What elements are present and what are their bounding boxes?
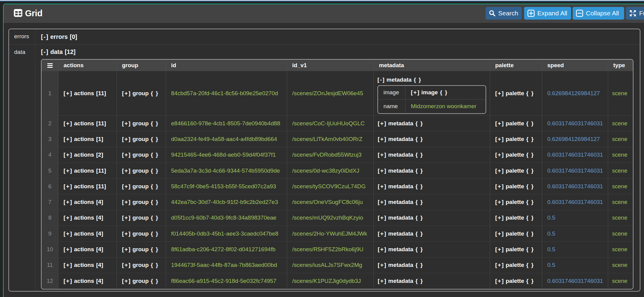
column-header-metadata[interactable]: metadata xyxy=(374,60,490,71)
menu-icon[interactable] xyxy=(47,62,53,69)
palette-expand-toggle[interactable]: [+] xyxy=(495,262,504,268)
metadata-value-image: [+]image{ } xyxy=(405,86,486,99)
actions-node-count: [11] xyxy=(96,120,106,127)
id-v1-cell: /scenes/2Ho-YWuhEJM4JWk xyxy=(287,226,374,241)
palette-expand-toggle[interactable]: [+] xyxy=(495,214,504,221)
metadata-expand-toggle[interactable]: [+] xyxy=(378,120,387,127)
metadata-expand-toggle[interactable]: [+] xyxy=(378,246,387,253)
id-v1-cell: /scenes/tySCOV9CzuL74DG xyxy=(287,179,374,194)
metadata-key-image: image xyxy=(378,86,405,99)
id-v1-value: /scenes/CoC-IjUuHUoQGLC xyxy=(292,120,365,127)
group-expand-toggle[interactable]: [+] xyxy=(122,152,131,158)
palette-expand-toggle[interactable]: [+] xyxy=(495,136,504,142)
actions-expand-toggle[interactable]: [+] xyxy=(64,90,73,97)
root-key-data: data xyxy=(9,45,35,291)
metadata-expand-toggle[interactable]: [+] xyxy=(378,278,387,284)
data-collapse-toggle[interactable]: [-] xyxy=(41,48,49,55)
group-expand-toggle[interactable]: [+] xyxy=(122,167,131,174)
column-header-actions[interactable]: actions xyxy=(58,60,117,71)
palette-expand-toggle[interactable]: [+] xyxy=(495,152,504,158)
actions-node-label: actions xyxy=(74,183,94,190)
group-cell: [+]group{ } xyxy=(117,179,166,194)
id-v1-value: /scenes/R5HF5Z2bRko6j9U xyxy=(292,246,364,253)
actions-expand-toggle[interactable]: [+] xyxy=(64,278,73,284)
column-header-type[interactable]: type xyxy=(608,60,633,71)
metadata-expand-toggle[interactable]: [+] xyxy=(378,230,387,237)
actions-node-label: actions xyxy=(74,278,94,284)
actions-expand-toggle[interactable]: [+] xyxy=(64,152,73,158)
metadata-expand-toggle[interactable]: [+] xyxy=(378,199,387,205)
speed-value: 0.5 xyxy=(547,262,555,268)
palette-expand-toggle[interactable]: [+] xyxy=(495,183,504,190)
palette-expand-toggle[interactable]: [+] xyxy=(495,246,504,253)
metadata-expand-toggle[interactable]: [+] xyxy=(378,214,387,221)
actions-node-label: actions xyxy=(74,246,94,253)
json-root-table: errors [-] errors [0] data [-] data [12]… xyxy=(8,29,640,292)
palette-expand-toggle[interactable]: [+] xyxy=(495,167,504,174)
table-row: 6[+]actions[11][+]group{ }58c47c9f-0be5-… xyxy=(42,178,633,194)
column-header-group[interactable]: group xyxy=(117,60,166,71)
table-row: 5[+]actions[11][+]group{ }5eda3a7a-3c3d-… xyxy=(42,163,633,178)
speed-value: 0.5 xyxy=(547,246,555,253)
palette-expand-toggle[interactable]: [+] xyxy=(495,230,504,237)
group-node-suffix: { } xyxy=(151,183,159,190)
metadata-node-label: metadata xyxy=(388,199,413,205)
actions-expand-toggle[interactable]: [+] xyxy=(64,120,73,127)
metadata-expand-toggle[interactable]: [+] xyxy=(378,183,387,190)
id-value: d0aa2324-fe49-4a58-aac4-a4fdb89bd664 xyxy=(171,136,277,142)
fullscreen-button[interactable]: Fullscreen xyxy=(626,7,644,20)
metadata-node-suffix: { } xyxy=(415,136,423,142)
group-expand-toggle[interactable]: [+] xyxy=(122,278,131,284)
metadata-expand-toggle[interactable]: [+] xyxy=(378,262,387,268)
group-expand-toggle[interactable]: [+] xyxy=(122,230,131,237)
group-node-suffix: { } xyxy=(151,167,159,174)
actions-expand-toggle[interactable]: [+] xyxy=(64,167,73,174)
metadata-expand-toggle[interactable]: [+] xyxy=(378,136,387,142)
group-expand-toggle[interactable]: [+] xyxy=(122,246,131,253)
palette-expand-toggle[interactable]: [+] xyxy=(495,278,504,284)
group-expand-toggle[interactable]: [+] xyxy=(122,183,131,190)
palette-node-suffix: { } xyxy=(526,183,534,190)
speed-value: 0.5 xyxy=(547,214,555,221)
group-expand-toggle[interactable]: [+] xyxy=(122,120,131,127)
group-expand-toggle[interactable]: [+] xyxy=(122,214,131,221)
actions-expand-toggle[interactable]: [+] xyxy=(64,230,73,237)
group-expand-toggle[interactable]: [+] xyxy=(122,262,131,268)
row-number-cell: 12 xyxy=(42,273,58,289)
actions-expand-toggle[interactable]: [+] xyxy=(64,199,73,205)
palette-expand-toggle[interactable]: [+] xyxy=(495,199,504,205)
speed-value: 0.6031746031746031 xyxy=(547,199,603,205)
group-expand-toggle[interactable]: [+] xyxy=(122,199,131,205)
collapse-all-button[interactable]: Collapse All xyxy=(573,7,624,20)
actions-expand-toggle[interactable]: [+] xyxy=(64,246,73,253)
group-cell: [+]group{ } xyxy=(117,131,166,147)
palette-expand-toggle[interactable]: [+] xyxy=(495,120,504,127)
actions-node-count: [4] xyxy=(96,230,103,237)
metadata-collapse-toggle[interactable]: [-] xyxy=(377,77,385,83)
actions-expand-toggle[interactable]: [+] xyxy=(64,183,73,190)
column-header-id[interactable]: id xyxy=(166,60,287,71)
metadata-node-label: metadata xyxy=(388,262,413,268)
actions-cell: [+]actions[4] xyxy=(58,273,117,289)
palette-expand-toggle[interactable]: [+] xyxy=(495,90,504,97)
palette-node-suffix: { } xyxy=(526,278,534,284)
group-expand-toggle[interactable]: [+] xyxy=(122,90,131,97)
actions-expand-toggle[interactable]: [+] xyxy=(64,214,73,221)
column-header-palette[interactable]: palette xyxy=(490,60,542,71)
column-header-id_v1[interactable]: id_v1 xyxy=(287,60,374,71)
actions-expand-toggle[interactable]: [+] xyxy=(64,262,73,268)
errors-collapse-toggle[interactable]: [-] xyxy=(41,33,49,40)
metadata-expand-toggle[interactable]: [+] xyxy=(378,167,387,174)
actions-node-count: [11] xyxy=(96,90,106,97)
type-value: scene xyxy=(612,183,627,190)
expand-all-button[interactable]: Expand All xyxy=(524,7,571,20)
image-expand-toggle[interactable]: [+] xyxy=(411,89,420,96)
metadata-expand-toggle[interactable]: [+] xyxy=(378,152,387,158)
group-expand-toggle[interactable]: [+] xyxy=(122,136,131,142)
search-button[interactable]: Search xyxy=(486,7,522,20)
id-v1-cell: /scenes/iusALJs7SFwx2Mg xyxy=(287,258,374,273)
column-header-speed[interactable]: speed xyxy=(542,60,608,71)
actions-node-count: [4] xyxy=(96,214,103,221)
actions-expand-toggle[interactable]: [+] xyxy=(64,136,73,142)
id-value: e8466160-978e-4cb1-8505-7de0940b4d88 xyxy=(171,120,280,127)
